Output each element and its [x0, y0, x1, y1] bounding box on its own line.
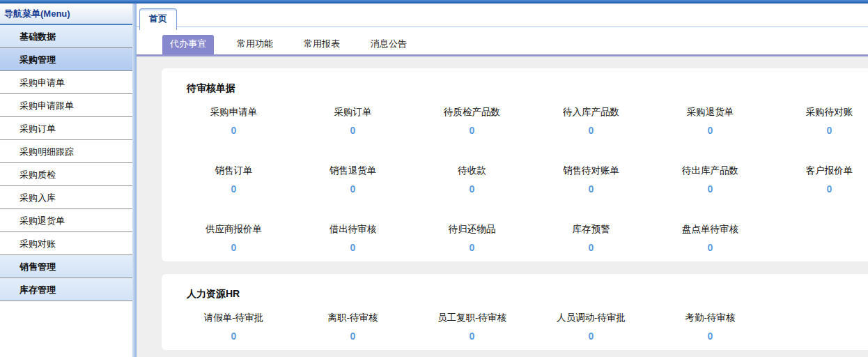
- stat-row: 供应商报价单0借出待审核0待归还物品0库存预警0盘点单待审核0: [174, 212, 868, 253]
- sidebar-item[interactable]: 采购订单: [0, 117, 132, 140]
- stat-cell: 考勤-待审核0: [651, 301, 770, 342]
- section-title: 待审核单据: [187, 82, 868, 95]
- subtab[interactable]: 常用报表: [296, 35, 348, 54]
- stat-label: 销售退货单: [293, 165, 412, 177]
- stat-label: 待质检产品数: [412, 106, 532, 119]
- subtab-row: 代办事宜常用功能常用报表消息公告: [137, 35, 868, 56]
- stat-cell: 借出待审核0: [293, 212, 412, 253]
- stat-cell: 请假单-待审批0: [174, 301, 293, 342]
- stat-cell: 销售退货单0: [293, 153, 412, 195]
- stat-count-link[interactable]: 0: [770, 183, 868, 195]
- stat-count-link[interactable]: 0: [174, 242, 293, 253]
- sidebar-item-list: 基础数据采购管理采购申请单采购申请跟单采购订单采购明细跟踪采购质检采购入库采购退…: [0, 25, 132, 301]
- stat-label: 采购申请单: [174, 106, 293, 119]
- stat-cell: 人员调动-待审批0: [532, 301, 651, 342]
- sidebar-item[interactable]: 采购质检: [0, 163, 132, 186]
- stat-cell: 库存预警0: [532, 212, 651, 253]
- stat-label: 离职-待审核: [293, 312, 412, 324]
- stat-label: 供应商报价单: [174, 223, 293, 236]
- stat-label: 采购订单: [293, 106, 412, 119]
- stat-count-link[interactable]: 0: [532, 183, 651, 195]
- stat-label: 借出待审核: [293, 223, 412, 236]
- section-title: 人力资源HR: [187, 288, 868, 301]
- stat-count-link[interactable]: 0: [651, 242, 770, 253]
- stat-label: 人员调动-待审批: [532, 312, 651, 324]
- stat-label: 待归还物品: [412, 223, 532, 236]
- stat-cell: 采购订单0: [293, 95, 412, 136]
- main-panel: 首页 代办事宜常用功能常用报表消息公告 待审核单据采购申请单0采购订单0待质检产…: [137, 3, 868, 357]
- stat-count-link[interactable]: 0: [770, 125, 868, 136]
- stat-label: 待入库产品数: [532, 106, 651, 119]
- sidebar-item[interactable]: 销售管理: [0, 255, 132, 278]
- subtab[interactable]: 代办事宜: [162, 35, 214, 54]
- stat-row: 采购申请单0采购订单0待质检产品数0待入库产品数0采购退货单0采购待对账0: [174, 95, 868, 136]
- sidebar-item[interactable]: 采购对账: [0, 232, 132, 255]
- stat-cell: 员工复职-待审核0: [412, 301, 532, 342]
- stat-row: 请假单-待审批0离职-待审核0员工复职-待审核0人员调动-待审批0考勤-待审核0: [174, 301, 868, 342]
- section-card: 待审核单据采购申请单0采购订单0待质检产品数0待入库产品数0采购退货单0采购待对…: [162, 68, 868, 261]
- stat-label: 待出库产品数: [651, 165, 770, 177]
- stat-cell: 盘点单待审核0: [651, 212, 770, 253]
- stat-count-link[interactable]: 0: [532, 242, 651, 253]
- sidebar-item[interactable]: 采购申请跟单: [0, 94, 132, 117]
- stat-cell: 离职-待审核0: [293, 301, 412, 342]
- stat-count-link[interactable]: 0: [174, 125, 293, 136]
- stat-count-link[interactable]: 0: [293, 242, 412, 253]
- stat-cell: 采购待对账0: [770, 95, 868, 136]
- stat-label: 库存预警: [532, 223, 651, 236]
- subtab[interactable]: 消息公告: [363, 35, 414, 54]
- stat-count-link[interactable]: 0: [651, 331, 770, 342]
- stat-count-link[interactable]: 0: [532, 125, 651, 136]
- stat-cell: 销售待对账单0: [532, 153, 651, 195]
- stat-cell: 待收款0: [412, 153, 532, 195]
- stat-label: 采购待对账: [770, 106, 868, 119]
- stat-row: 销售订单0销售退货单0待收款0销售待对账单0待出库产品数0客户报价单0: [174, 153, 868, 195]
- stat-label: 客户报价单: [770, 165, 868, 177]
- stat-count-link[interactable]: 0: [174, 183, 293, 195]
- stat-label: 销售订单: [174, 165, 293, 177]
- stat-cell: 待入库产品数0: [532, 95, 651, 136]
- stat-cell: 采购退货单0: [651, 95, 770, 136]
- stat-label: 盘点单待审核: [651, 223, 770, 236]
- dashboard-content: 待审核单据采购申请单0采购订单0待质检产品数0待入库产品数0采购退货单0采购待对…: [137, 56, 868, 357]
- sidebar-item[interactable]: 采购退货单: [0, 209, 132, 232]
- stat-label: 待收款: [412, 165, 532, 177]
- tab-home[interactable]: 首页: [139, 8, 177, 30]
- stat-label: 采购退货单: [651, 106, 770, 119]
- stat-cell: 采购申请单0: [174, 95, 293, 136]
- sidebar-item[interactable]: 采购明细跟踪: [0, 140, 132, 163]
- stat-cell: 待质检产品数0: [412, 95, 532, 136]
- sidebar-item[interactable]: 库存管理: [0, 278, 132, 301]
- sidebar-title: 导航菜单(Menu): [0, 3, 132, 25]
- stat-label: 销售待对账单: [532, 165, 651, 177]
- stat-count-link[interactable]: 0: [174, 331, 293, 342]
- stat-count-link[interactable]: 0: [293, 331, 412, 342]
- subtab[interactable]: 常用功能: [229, 35, 281, 54]
- stat-cell: 待出库产品数0: [651, 153, 770, 195]
- navigation-sidebar: 导航菜单(Menu) 基础数据采购管理采购申请单采购申请跟单采购订单采购明细跟踪…: [0, 3, 132, 357]
- stat-label: 考勤-待审核: [651, 312, 770, 324]
- sidebar-item[interactable]: 采购入库: [0, 186, 132, 209]
- stat-cell: 供应商报价单0: [174, 212, 293, 253]
- stat-count-link[interactable]: 0: [412, 183, 532, 195]
- section-card: 人力资源HR请假单-待审批0离职-待审核0员工复职-待审核0人员调动-待审批0考…: [162, 274, 868, 350]
- stat-label: 员工复职-待审核: [412, 312, 532, 324]
- sidebar-item[interactable]: 采购申请单: [0, 71, 132, 94]
- stat-count-link[interactable]: 0: [293, 125, 412, 136]
- stat-count-link[interactable]: 0: [651, 125, 770, 136]
- stat-cell: 销售订单0: [174, 153, 293, 195]
- stat-cell: 待归还物品0: [412, 212, 532, 253]
- stat-count-link[interactable]: 0: [532, 331, 651, 342]
- stat-label: 请假单-待审批: [174, 312, 293, 324]
- stat-count-link[interactable]: 0: [412, 125, 532, 136]
- stat-count-link[interactable]: 0: [412, 242, 532, 253]
- stat-count-link[interactable]: 0: [412, 331, 532, 342]
- stat-count-link[interactable]: 0: [651, 183, 770, 195]
- main-tabstrip: 首页: [137, 3, 868, 27]
- sidebar-item[interactable]: 采购管理: [0, 48, 132, 71]
- stat-count-link[interactable]: 0: [293, 183, 412, 195]
- sidebar-item[interactable]: 基础数据: [0, 25, 132, 48]
- stat-cell: 客户报价单0: [770, 153, 868, 195]
